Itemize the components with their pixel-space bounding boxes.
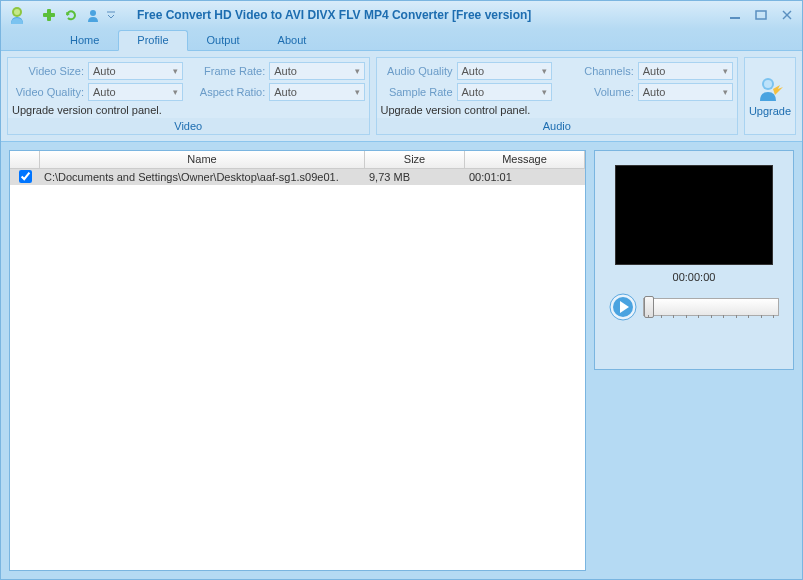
user-button[interactable]: [83, 5, 103, 25]
file-list-panel: Name Size Message C:\Documents and Setti…: [9, 150, 586, 571]
audio-quality-value: Auto: [462, 65, 485, 77]
video-upgrade-text: Upgrade version control panel.: [12, 104, 365, 116]
audio-quality-select[interactable]: Auto: [457, 62, 552, 80]
svg-rect-6: [756, 11, 766, 19]
tab-about[interactable]: About: [259, 30, 326, 51]
tab-home[interactable]: Home: [51, 30, 118, 51]
sample-rate-select[interactable]: Auto: [457, 83, 552, 101]
svg-point-1: [14, 9, 20, 15]
minimize-button[interactable]: [726, 8, 744, 22]
close-button[interactable]: [778, 8, 796, 22]
window-controls: [726, 8, 796, 22]
refresh-button[interactable]: [61, 5, 81, 25]
dropdown-button[interactable]: [105, 5, 117, 25]
upgrade-button[interactable]: Upgrade: [744, 57, 796, 135]
quick-toolbar: [39, 5, 117, 25]
upgrade-icon: [756, 75, 784, 103]
channels-value: Auto: [643, 65, 666, 77]
video-size-value: Auto: [93, 65, 116, 77]
row-size: 9,73 MB: [365, 171, 465, 183]
row-checkbox[interactable]: [19, 170, 32, 183]
aspect-ratio-value: Auto: [274, 86, 297, 98]
svg-point-10: [764, 80, 772, 88]
play-button[interactable]: [609, 293, 637, 321]
content-area: Name Size Message C:\Documents and Setti…: [1, 142, 802, 579]
preview-time: 00:00:00: [673, 271, 716, 283]
main-tabs: Home Profile Output About: [1, 29, 802, 51]
aspect-ratio-select[interactable]: Auto: [269, 83, 364, 101]
video-size-select[interactable]: Auto: [88, 62, 183, 80]
svg-rect-3: [43, 13, 55, 17]
svg-point-4: [90, 10, 96, 16]
aspect-ratio-label: Aspect Ratio:: [193, 86, 265, 98]
volume-label: Volume:: [562, 86, 634, 98]
preview-screen: [615, 165, 773, 265]
channels-select[interactable]: Auto: [638, 62, 733, 80]
col-checkbox[interactable]: [10, 151, 40, 168]
video-quality-value: Auto: [93, 86, 116, 98]
tab-profile[interactable]: Profile: [118, 30, 187, 51]
video-size-label: Video Size:: [12, 65, 84, 77]
maximize-button[interactable]: [752, 8, 770, 22]
volume-value: Auto: [643, 86, 666, 98]
frame-rate-value: Auto: [274, 65, 297, 77]
col-message[interactable]: Message: [465, 151, 585, 168]
table-row[interactable]: C:\Documents and Settings\Owner\Desktop\…: [10, 169, 585, 185]
seek-slider[interactable]: [643, 298, 779, 316]
audio-quality-label: Audio Quality: [381, 65, 453, 77]
row-checkbox-cell: [10, 170, 40, 185]
col-name[interactable]: Name: [40, 151, 365, 168]
frame-rate-label: Frame Rate:: [193, 65, 265, 77]
video-settings-group: Video Size: Auto Frame Rate: Auto Video …: [7, 57, 370, 135]
video-quality-label: Video Quality:: [12, 86, 84, 98]
row-name: C:\Documents and Settings\Owner\Desktop\…: [40, 171, 365, 183]
audio-group-label: Audio: [377, 118, 738, 134]
frame-rate-select[interactable]: Auto: [269, 62, 364, 80]
volume-select[interactable]: Auto: [638, 83, 733, 101]
upgrade-label: Upgrade: [749, 105, 791, 117]
tab-output[interactable]: Output: [188, 30, 259, 51]
audio-upgrade-text: Upgrade version control panel.: [381, 104, 734, 116]
row-message: 00:01:01: [465, 171, 585, 183]
audio-settings-group: Audio Quality Auto Channels: Auto Sample…: [376, 57, 739, 135]
table-header: Name Size Message: [10, 151, 585, 169]
channels-label: Channels:: [562, 65, 634, 77]
settings-panel: Video Size: Auto Frame Rate: Auto Video …: [1, 51, 802, 142]
sample-rate-value: Auto: [462, 86, 485, 98]
preview-panel: 00:00:00: [594, 150, 794, 370]
add-button[interactable]: [39, 5, 59, 25]
video-quality-select[interactable]: Auto: [88, 83, 183, 101]
titlebar: Free Convert HD Video to AVI DIVX FLV MP…: [1, 1, 802, 29]
slider-ticks: [644, 315, 778, 318]
preview-controls: [609, 293, 779, 321]
app-logo-icon: [7, 3, 31, 27]
sample-rate-label: Sample Rate: [381, 86, 453, 98]
window-title: Free Convert HD Video to AVI DIVX FLV MP…: [137, 8, 531, 22]
app-window: Free Convert HD Video to AVI DIVX FLV MP…: [0, 0, 803, 580]
video-group-label: Video: [8, 118, 369, 134]
col-size[interactable]: Size: [365, 151, 465, 168]
